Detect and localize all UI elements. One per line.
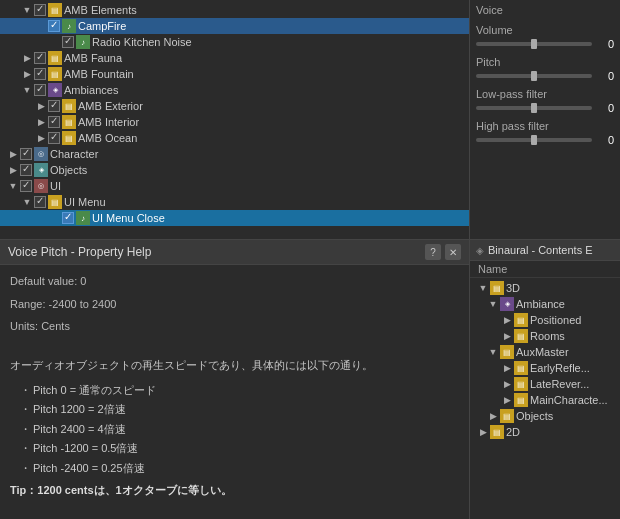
label-2d: 2D: [506, 426, 520, 438]
binaural-item-auxmaster[interactable]: ▼ ▤ AuxMaster: [470, 344, 620, 360]
folder-icon-binaural-objects: ▤: [500, 409, 514, 423]
help-buttons[interactable]: ? ✕: [425, 244, 461, 260]
pitch-thumb[interactable]: [531, 71, 537, 81]
expand-character[interactable]: ▶: [8, 149, 18, 159]
tree-item-amb-interior[interactable]: ▶ ▤ AMB Interior: [0, 114, 469, 130]
cb-ocean[interactable]: [48, 132, 60, 144]
cb-ui[interactable]: [20, 180, 32, 192]
binaural-item-earlyrefl[interactable]: ▶ ▤ EarlyRefle...: [470, 360, 620, 376]
label-ui: UI: [50, 180, 61, 192]
tree-item-amb-fountain[interactable]: ▶ ▤ AMB Fountain: [0, 66, 469, 82]
expand-fountain[interactable]: ▶: [22, 69, 32, 79]
cb-amb-elements[interactable]: [34, 4, 46, 16]
binaural-tree[interactable]: ▼ ▤ 3D ▼ ◈ Ambiance ▶ ▤ Positioned ▶ ▤ R…: [470, 278, 620, 519]
expand-auxmaster[interactable]: ▼: [488, 347, 498, 357]
tree-item-amb-fauna[interactable]: ▶ ▤ AMB Fauna: [0, 50, 469, 66]
cb-ui-menu-close[interactable]: [62, 212, 74, 224]
lowpass-slider-row[interactable]: 0: [476, 102, 614, 114]
expand-interior[interactable]: ▶: [36, 117, 46, 127]
binaural-panel: ◈ Binaural - Contents E Name ▼ ▤ 3D ▼ ◈ …: [470, 240, 620, 519]
expand-binaural-objects[interactable]: ▶: [488, 411, 498, 421]
volume-track[interactable]: [476, 42, 592, 46]
help-tip: Tip：1200 centsは、1オクターブに等しい。: [10, 482, 459, 499]
tree-item-ui[interactable]: ▼ ◎ UI: [0, 178, 469, 194]
expand-ui-menu[interactable]: ▼: [22, 197, 32, 207]
folder-icon-rooms: ▤: [514, 329, 528, 343]
expand-ambiances[interactable]: ▼: [22, 85, 32, 95]
volume-section: Volume 0: [476, 24, 614, 50]
expand-rooms[interactable]: ▶: [502, 331, 512, 341]
tree-item-campfire[interactable]: ♪ CampFire: [0, 18, 469, 34]
binaural-item-objects[interactable]: ▶ ▤ Objects: [470, 408, 620, 424]
pitch-track[interactable]: [476, 74, 592, 78]
expand-fauna[interactable]: ▶: [22, 53, 32, 63]
tree-item-ui-menu-close[interactable]: ♪ UI Menu Close: [0, 210, 469, 226]
cb-interior[interactable]: [48, 116, 60, 128]
tree-item-amb-exterior[interactable]: ▶ ▤ AMB Exterior: [0, 98, 469, 114]
cb-character[interactable]: [20, 148, 32, 160]
binaural-title: Binaural - Contents E: [488, 244, 593, 256]
highpass-track[interactable]: [476, 138, 592, 142]
tree-item-ambiances[interactable]: ▼ ◈ Ambiances: [0, 82, 469, 98]
expand-objects[interactable]: ▶: [8, 165, 18, 175]
lowpass-track[interactable]: [476, 106, 592, 110]
tree-item-radio-kitchen[interactable]: ♪ Radio Kitchen Noise: [0, 34, 469, 50]
binaural-item-3d[interactable]: ▼ ▤ 3D: [470, 280, 620, 296]
binaural-item-ambiance[interactable]: ▼ ◈ Ambiance: [470, 296, 620, 312]
expand-amb-elements[interactable]: ▼: [22, 5, 32, 15]
cb-exterior[interactable]: [48, 100, 60, 112]
help-panel: Voice Pitch - Property Help ? ✕ Default …: [0, 240, 470, 519]
expand-ui[interactable]: ▼: [8, 181, 18, 191]
volume-thumb[interactable]: [531, 39, 537, 49]
tree-item-amb-elements[interactable]: ▼ ▤ AMB Elements: [0, 2, 469, 18]
voice-label: Voice: [476, 4, 614, 16]
pitch-slider-row[interactable]: 0: [476, 70, 614, 82]
help-question-btn[interactable]: ?: [425, 244, 441, 260]
binaural-item-maincharacte[interactable]: ▶ ▤ MainCharacte...: [470, 392, 620, 408]
expand-2d[interactable]: ▶: [478, 427, 488, 437]
tree-item-objects[interactable]: ▶ ◈ Objects: [0, 162, 469, 178]
highpass-slider-row[interactable]: 0: [476, 134, 614, 146]
cb-fountain[interactable]: [34, 68, 46, 80]
ui-icon: ◎: [34, 179, 48, 193]
help-close-btn[interactable]: ✕: [445, 244, 461, 260]
label-laterever: LateRever...: [530, 378, 589, 390]
cb-ui-menu[interactable]: [34, 196, 46, 208]
tree-item-amb-ocean[interactable]: ▶ ▤ AMB Ocean: [0, 130, 469, 146]
binaural-item-positioned[interactable]: ▶ ▤ Positioned: [470, 312, 620, 328]
tree-item-ui-menu[interactable]: ▼ ▤ UI Menu: [0, 194, 469, 210]
cb-fauna[interactable]: [34, 52, 46, 64]
expand-campfire[interactable]: [36, 21, 46, 31]
cb-campfire[interactable]: [48, 20, 60, 32]
lowpass-thumb[interactable]: [531, 103, 537, 113]
expand-exterior[interactable]: ▶: [36, 101, 46, 111]
binaural-item-laterever[interactable]: ▶ ▤ LateRever...: [470, 376, 620, 392]
volume-slider-row[interactable]: 0: [476, 38, 614, 50]
tree-item-character[interactable]: ▶ ◎ Character: [0, 146, 469, 162]
folder-icon-interior: ▤: [62, 115, 76, 129]
expand-ambiance[interactable]: ▼: [488, 299, 498, 309]
wave-icon-ui-menu-close: ♪: [76, 211, 90, 225]
wave-icon-radio: ♪: [76, 35, 90, 49]
expand-ocean[interactable]: ▶: [36, 133, 46, 143]
expand-3d[interactable]: ▼: [478, 283, 488, 293]
expand-radio[interactable]: [50, 37, 60, 47]
cb-objects[interactable]: [20, 164, 32, 176]
left-tree-panel[interactable]: ▼ ▤ AMB Elements ♪ CampFire ♪ Radio Kitc…: [0, 0, 470, 239]
binaural-item-rooms[interactable]: ▶ ▤ Rooms: [470, 328, 620, 344]
pitch-label: Pitch: [476, 56, 614, 68]
help-meta-default: Default value: 0: [10, 273, 459, 290]
expand-laterever[interactable]: ▶: [502, 379, 512, 389]
expand-maincharacte[interactable]: ▶: [502, 395, 512, 405]
folder-icon-2d: ▤: [490, 425, 504, 439]
cb-radio[interactable]: [62, 36, 74, 48]
label-ambiance: Ambiance: [516, 298, 565, 310]
cb-ambiances[interactable]: [34, 84, 46, 96]
folder-icon-ui-menu: ▤: [48, 195, 62, 209]
highpass-thumb[interactable]: [531, 135, 537, 145]
expand-earlyrefl[interactable]: ▶: [502, 363, 512, 373]
help-item-3: Pitch -1200 = 0.5倍速: [20, 440, 459, 457]
expand-ui-menu-close[interactable]: [50, 213, 60, 223]
expand-positioned[interactable]: ▶: [502, 315, 512, 325]
binaural-item-2d[interactable]: ▶ ▤ 2D: [470, 424, 620, 440]
